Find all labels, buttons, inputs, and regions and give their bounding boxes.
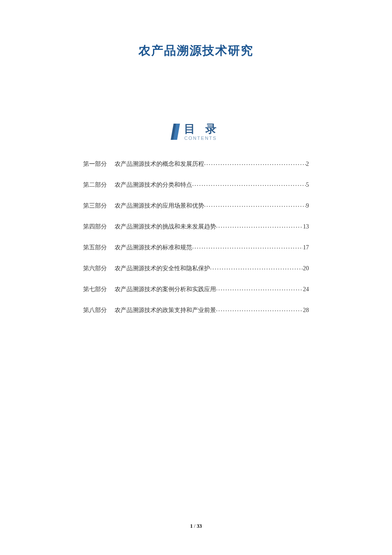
toc-part-label: 第七部分 [83, 286, 107, 293]
toc-part-label: 第三部分 [83, 202, 107, 210]
toc-part-label: 第八部分 [83, 306, 107, 314]
toc-chapter-title: 农产品溯源技术的挑战和未来发展趋势 [115, 223, 216, 231]
toc-part-label: 第五部分 [83, 244, 107, 251]
toc-header: 目 录 CONTENTS [49, 123, 343, 141]
toc-leader-dots [216, 285, 303, 291]
toc-title-en: CONTENTS [184, 136, 217, 141]
toc-title-cn: 目 录 [184, 123, 219, 135]
toc-entry[interactable]: 第八部分 农产品溯源技术的政策支持和产业前景 28 [83, 306, 309, 314]
toc-chapter-title: 农产品溯源技术的案例分析和实践应用 [115, 286, 216, 293]
toc-page-number: 28 [303, 307, 309, 314]
toc-page-number: 17 [303, 244, 309, 251]
toc-page-number: 13 [303, 223, 309, 230]
toc-title-group: 目 录 CONTENTS [184, 123, 219, 141]
toc-list: 第一部分 农产品溯源技术的概念和发展历程 2 第二部分 农产品溯源技术的分类和特… [49, 160, 343, 314]
toc-chapter-title: 农产品溯源技术的概念和发展历程 [115, 160, 204, 168]
toc-leader-dots [204, 202, 306, 208]
toc-leader-dots [216, 306, 303, 312]
document-page: 农产品溯源技术研究 目 录 CONTENTS 第一部分 农产品溯源技术的概念和发… [0, 0, 392, 555]
toc-leader-dots [192, 181, 306, 187]
footer-total-pages: 33 [197, 523, 202, 529]
toc-chapter-title: 农产品溯源技术的标准和规范 [115, 244, 192, 251]
toc-page-number: 24 [303, 286, 309, 293]
toc-entry[interactable]: 第二部分 农产品溯源技术的分类和特点 5 [83, 181, 309, 189]
toc-page-number: 20 [303, 265, 309, 272]
toc-leader-dots [210, 264, 303, 270]
toc-part-label: 第二部分 [83, 181, 107, 189]
toc-part-label: 第六部分 [83, 265, 107, 272]
document-title: 农产品溯源技术研究 [49, 43, 343, 59]
toc-leader-dots [216, 223, 303, 228]
page-footer: 1 / 33 [0, 523, 392, 529]
toc-entry[interactable]: 第七部分 农产品溯源技术的案例分析和实践应用 24 [83, 285, 309, 293]
toc-chapter-title: 农产品溯源技术的政策支持和产业前景 [115, 306, 216, 314]
toc-entry[interactable]: 第三部分 农产品溯源技术的应用场景和优势 9 [83, 202, 309, 210]
toc-part-label: 第一部分 [83, 160, 107, 168]
toc-page-number: 2 [306, 161, 309, 168]
toc-page-number: 5 [306, 182, 309, 188]
toc-entry[interactable]: 第六部分 农产品溯源技术的安全性和隐私保护 20 [83, 264, 309, 272]
toc-leader-dots [192, 243, 303, 249]
toc-entry[interactable]: 第一部分 农产品溯源技术的概念和发展历程 2 [83, 160, 309, 168]
toc-entry[interactable]: 第五部分 农产品溯源技术的标准和规范 17 [83, 243, 309, 251]
toc-entry[interactable]: 第四部分 农产品溯源技术的挑战和未来发展趋势 13 [83, 223, 309, 231]
toc-stripe-icon [172, 124, 180, 140]
toc-chapter-title: 农产品溯源技术的安全性和隐私保护 [115, 265, 210, 272]
footer-separator: / [193, 523, 196, 529]
toc-chapter-title: 农产品溯源技术的分类和特点 [115, 181, 192, 189]
toc-page-number: 9 [306, 202, 309, 209]
toc-part-label: 第四部分 [83, 223, 107, 231]
toc-leader-dots [204, 160, 306, 166]
toc-chapter-title: 农产品溯源技术的应用场景和优势 [115, 202, 204, 210]
